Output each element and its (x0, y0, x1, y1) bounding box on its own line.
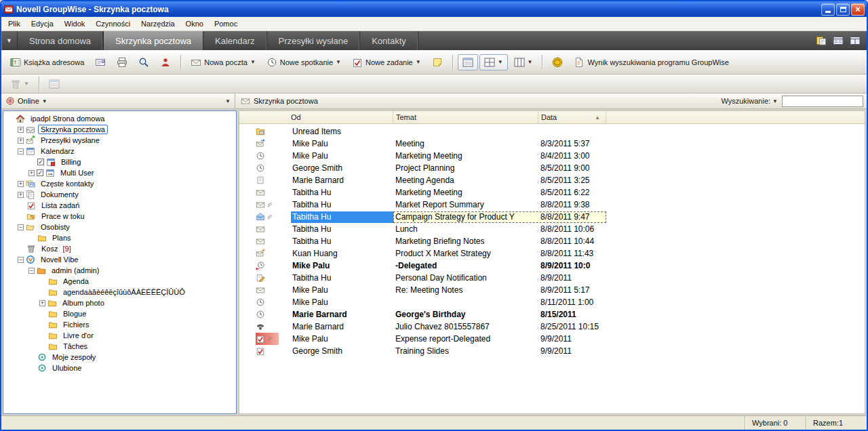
expand-icon[interactable]: + (18, 181, 24, 187)
new-note-button[interactable] (427, 54, 448, 70)
menu-narz-dzia[interactable]: Narzędzia (136, 18, 180, 29)
mail-row[interactable]: Mike PaluExpense report-Delegated9/9/201… (239, 333, 865, 345)
tree-item-dokumenty[interactable]: +Dokumenty (3, 189, 236, 200)
search-scope-button[interactable]: Wyszukiwanie:▼ (721, 97, 778, 105)
tab-kontakty[interactable]: Kontakty (360, 31, 418, 50)
chevron-down-icon[interactable]: ▼ (498, 59, 503, 65)
tree-item-multi-user[interactable]: +✓Multi User (3, 167, 236, 178)
mail-row[interactable]: Unread Items (239, 125, 865, 138)
chevron-down-icon[interactable]: ▼ (528, 59, 533, 65)
tab-overflow-button[interactable]: ▼ (1, 31, 18, 50)
tree-item-agenda[interactable]: agendaàâèéêëçîûùôÂÀÈÉÊËÇÎÛÙÔ (3, 287, 236, 297)
tab-przesy-ki-wys-ane[interactable]: Przesyłki wysłane (267, 31, 361, 50)
search-input[interactable] (782, 96, 863, 107)
chevron-down-icon[interactable]: ▼ (416, 59, 421, 65)
column-header-subject[interactable]: Temat (393, 111, 538, 123)
properties-button[interactable] (44, 76, 64, 92)
folder-checkbox[interactable]: ✓ (37, 169, 43, 176)
search-button[interactable] (134, 54, 154, 70)
mail-row[interactable]: Mike PaluMarketing Meeting8/4/2011 3:00 (239, 150, 865, 162)
folder-list-dropdown-icon[interactable]: ▼ (225, 98, 231, 104)
menu-plik[interactable]: Plik (3, 18, 26, 29)
mail-row[interactable]: Mike Palu8/11/2011 1:00 (239, 296, 865, 308)
collapse-icon[interactable]: − (28, 268, 35, 274)
mail-row[interactable]: Mike PaluRe: Meeting Notes8/9/2011 5:17 (239, 284, 865, 296)
tree-item-lista-zada[interactable]: Lista zadań (3, 200, 236, 211)
mail-row[interactable]: Tabitha HuMarketing Meeting8/5/2011 6:22 (239, 186, 865, 199)
new-mail-button[interactable]: Nowa poczta ▼ (186, 54, 260, 70)
menu-widok[interactable]: Widok (59, 18, 91, 29)
mail-row[interactable]: Tabitha HuPersonal Day Notification8/9/2… (239, 272, 865, 284)
columns-button[interactable]: ▼ (509, 54, 538, 70)
address-selector-button[interactable] (90, 54, 111, 70)
collapse-icon[interactable]: − (18, 257, 24, 263)
display-settings-button[interactable] (458, 54, 478, 70)
busy-search-button[interactable] (155, 54, 176, 70)
mail-row[interactable]: Kuan HuangProduct X Market Strategy8/8/2… (239, 247, 865, 260)
new-appointment-button[interactable]: Nowe spotkanie ▼ (262, 54, 346, 70)
tree-item-moje-zespo-y[interactable]: Moje zespoły (3, 352, 236, 363)
close-button[interactable]: × (851, 3, 865, 16)
chevron-down-icon[interactable]: ▼ (250, 59, 256, 65)
tree-item-plans[interactable]: Plans (3, 232, 236, 243)
tree-item-przesy-ki-wys-ane[interactable]: +Przesyłki wysłane (3, 135, 236, 146)
tree-item-billing[interactable]: ✓Billing (3, 157, 236, 167)
mail-row[interactable]: Marie BarnardJulio Chavez 80155578678/25… (239, 321, 865, 333)
new-task-button[interactable]: Nowe zadanie ▼ (347, 54, 426, 70)
tree-item-kalendarz[interactable]: −Kalendarz (3, 146, 236, 157)
tree-item-osobisty[interactable]: −Osobisty (3, 222, 236, 232)
chevron-down-icon[interactable]: ▼ (336, 59, 341, 65)
mail-row[interactable]: Tabitha HuLunch8/8/2011 10:06 (239, 223, 865, 235)
tree-item-kosz[interactable]: Kosz[9] (3, 243, 236, 254)
mail-row[interactable]: Marie BarnardMeeting Agenda8/5/2011 3:25 (239, 174, 865, 186)
maximize-button[interactable] (836, 3, 850, 16)
column-header-from[interactable]: Od (239, 111, 393, 123)
mail-row[interactable]: George SmithTraining Slides9/9/2011 (239, 345, 865, 357)
tree-item-prace-w-toku[interactable]: Prace w toku (3, 211, 236, 222)
tree-item-livre-d-or[interactable]: Livre d'or (3, 330, 236, 341)
delete-button[interactable]: ▼ (5, 76, 34, 92)
tab-strona-domowa[interactable]: Strona domowa (18, 31, 103, 50)
mail-row[interactable]: Tabitha HuMarket Report Summary8/8/2011 … (239, 199, 865, 211)
window-list-button[interactable] (831, 33, 846, 48)
menu-okno[interactable]: Okno (180, 18, 209, 29)
expand-icon[interactable]: + (18, 138, 24, 144)
collapse-icon[interactable]: − (18, 224, 24, 230)
mail-row[interactable]: George SmithProject Planning8/5/2011 9:0… (239, 162, 865, 174)
mail-row[interactable]: Tabitha HuCampaign Strategy for Product … (239, 211, 865, 223)
menu-czynno-ci[interactable]: Czynności (90, 18, 136, 29)
print-button[interactable] (112, 54, 132, 70)
tree-item-t-ches[interactable]: Tâches (3, 341, 236, 352)
menu-edycja[interactable]: Edycja (26, 18, 59, 29)
tab-kalendarz[interactable]: Kalendarz (203, 31, 267, 50)
tree-item-album-photo[interactable]: +Album photo (3, 297, 236, 308)
online-dropdown-icon[interactable]: ▼ (42, 98, 47, 104)
tree-item-blogue[interactable]: Blogue (3, 308, 236, 319)
mail-row[interactable]: Marie BarnardGeorge's Birthday8/15/2011 (239, 308, 865, 321)
tree-item-agenda[interactable]: Agenda (3, 276, 236, 287)
mail-row[interactable]: Mike Palu-Delegated8/9/2011 10:0 (239, 260, 865, 272)
tree-item-ulubione[interactable]: Ulubione (3, 363, 236, 373)
search-results-button[interactable]: Wynik wyszukiwania programu GroupWise (569, 54, 733, 70)
collapse-icon[interactable]: − (18, 148, 24, 155)
panels-button[interactable]: ▼ (479, 54, 508, 70)
tree-item-admin-admin[interactable]: −admin (admin) (3, 265, 236, 276)
expand-icon[interactable]: + (28, 170, 35, 176)
expand-icon[interactable]: + (39, 300, 45, 306)
mail-row[interactable]: Mike PaluMeeting8/3/2011 5:37 (239, 138, 865, 150)
tab-skrzynka-pocztowa[interactable]: Skrzynka pocztowa (103, 31, 203, 50)
tree-item-novell-vibe[interactable]: −Novell Vibe (3, 254, 236, 265)
expand-icon[interactable]: + (18, 127, 24, 133)
column-header-date[interactable]: Data▲ (538, 111, 606, 123)
menu-pomoc[interactable]: Pomoc (209, 18, 243, 29)
minimize-button[interactable] (821, 3, 835, 16)
folder-list-header[interactable]: Online ▼ ▼ (1, 94, 235, 108)
address-book-button[interactable]: Książka adresowa (5, 54, 89, 70)
expand-icon[interactable]: + (18, 192, 24, 198)
show-panel-button[interactable] (814, 33, 829, 48)
mail-row[interactable]: Tabitha HuMarketing Briefing Notes8/8/20… (239, 235, 865, 247)
folder-checkbox[interactable]: ✓ (37, 159, 44, 165)
tree-item-skrzynka-pocztowa[interactable]: +Skrzynka pocztowa (3, 124, 236, 135)
tree-item-cz-ste-kontakty[interactable]: +Częste kontakty (3, 178, 236, 189)
window-grid-button[interactable] (848, 33, 863, 48)
